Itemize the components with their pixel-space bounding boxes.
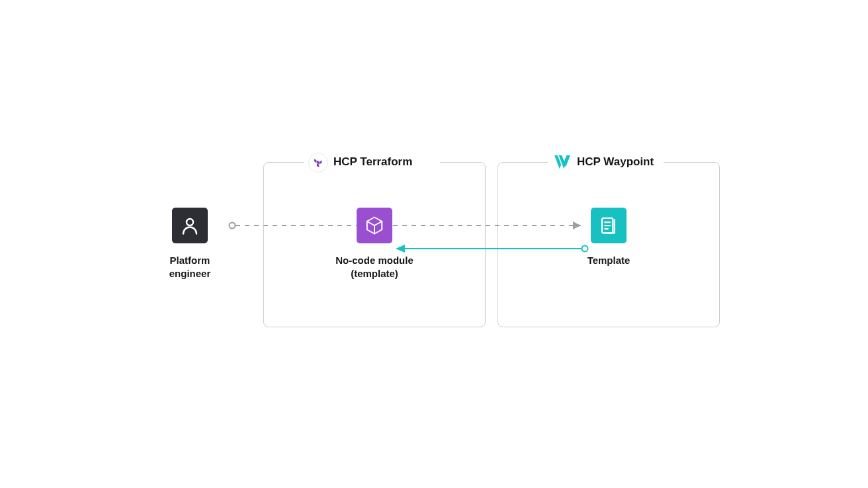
no-code-module-label: No-code module (template) [328,254,421,281]
svg-point-4 [187,219,193,225]
template-label: Template [576,254,642,267]
template-icon [599,216,619,235]
platform-engineer-label: Platform engineer [150,254,230,281]
platform-engineer-label-line1: Platform [170,255,210,266]
diagram-canvas: HCP Terraform HCP Waypoint Platform engi… [0,0,868,488]
no-code-module-node [357,208,392,243]
cube-icon [365,216,384,235]
svg-point-2 [582,246,588,252]
no-code-module-label-line2: (template) [351,268,398,279]
svg-point-0 [230,223,236,229]
platform-engineer-label-line2: engineer [169,268,211,279]
no-code-module-label-line1: No-code module [335,255,413,266]
platform-engineer-node [172,208,208,243]
connectors-layer [0,0,868,488]
template-node [591,208,627,243]
person-icon [180,216,200,235]
